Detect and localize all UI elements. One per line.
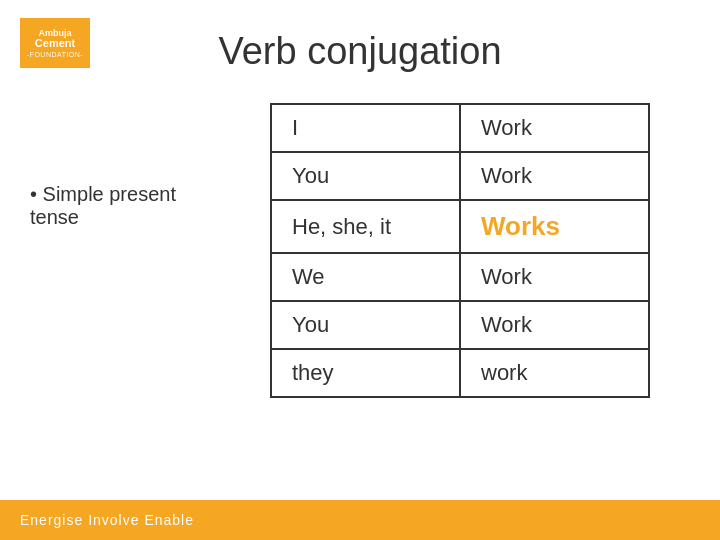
verb-cell: Work: [460, 152, 649, 200]
verb-cell: Works: [460, 200, 649, 253]
subject-cell: You: [271, 301, 460, 349]
subject-cell: We: [271, 253, 460, 301]
left-panel: • Simple present tense: [30, 103, 230, 229]
table-row: YouWork: [271, 152, 649, 200]
logo-foundation: -FOUNDATION-: [27, 51, 83, 58]
verb-cell: Work: [460, 104, 649, 152]
table-row: IWork: [271, 104, 649, 152]
table-row: He, she, itWorks: [271, 200, 649, 253]
subject-cell: He, she, it: [271, 200, 460, 253]
bottom-bar-text: Energise Involve Enable: [20, 512, 194, 528]
content-row: • Simple present tense IWorkYouWorkHe, s…: [30, 103, 690, 398]
page-title: Verb conjugation: [30, 30, 690, 73]
logo: Ambuja Cement -FOUNDATION-: [20, 18, 90, 68]
bullet-point: • Simple present tense: [30, 183, 230, 229]
subject-cell: You: [271, 152, 460, 200]
logo-cement: Cement: [35, 38, 75, 49]
verb-cell: work: [460, 349, 649, 397]
table-row: theywork: [271, 349, 649, 397]
conjugation-table: IWorkYouWorkHe, she, itWorksWeWorkYouWor…: [270, 103, 650, 398]
table-row: WeWork: [271, 253, 649, 301]
verb-cell: Work: [460, 253, 649, 301]
subject-cell: I: [271, 104, 460, 152]
table-row: YouWork: [271, 301, 649, 349]
verb-cell: Work: [460, 301, 649, 349]
main-content: Ambuja Cement -FOUNDATION- Verb conjugat…: [0, 0, 720, 500]
bottom-bar: Energise Involve Enable: [0, 500, 720, 540]
subject-cell: they: [271, 349, 460, 397]
